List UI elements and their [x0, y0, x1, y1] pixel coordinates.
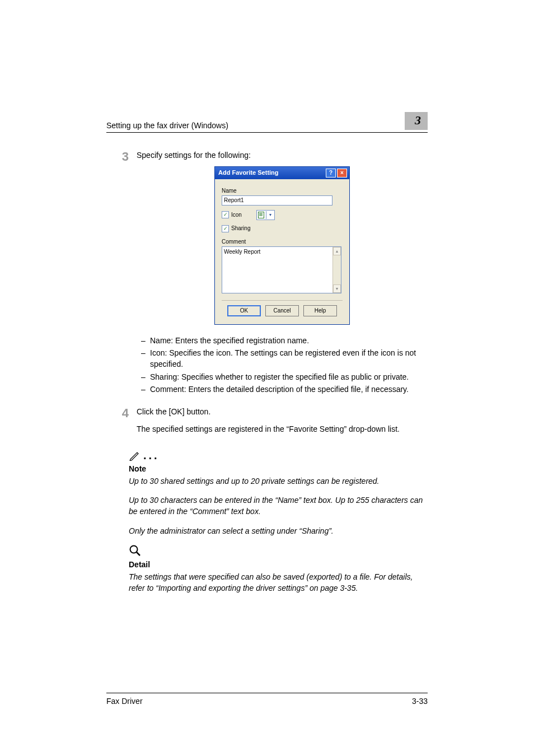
- bullet-text: Icon: Specifies the icon. The settings c…: [150, 347, 428, 370]
- step-number: 4: [106, 406, 137, 440]
- step-para: The specified settings are registered in…: [137, 423, 428, 435]
- name-field[interactable]: Report1: [222, 195, 332, 206]
- bullet-text: Comment: Enters the detailed description…: [150, 384, 409, 395]
- list-item: –Name: Enters the specified registration…: [137, 335, 428, 346]
- note-icon-row: ...: [129, 449, 428, 463]
- document-icon: [257, 211, 266, 219]
- icon-checkbox[interactable]: ✓: [222, 211, 229, 218]
- cancel-button[interactable]: Cancel: [265, 305, 299, 316]
- list-item: –Sharing: Specifies whether to register …: [137, 371, 428, 382]
- detail-block: Detail The settings that were specified …: [129, 544, 428, 594]
- step-text: Specify settings for the following:: [137, 150, 428, 161]
- help-icon[interactable]: ?: [326, 169, 336, 178]
- note-p2: Up to 30 characters can be entered in th…: [129, 494, 428, 517]
- comment-label: Comment: [222, 238, 343, 246]
- dialog-illustration: Add Favorite Setting ? × Name Report1: [137, 166, 428, 325]
- step-3: 3 Specify settings for the following: Ad…: [106, 150, 428, 400]
- scrollbar[interactable]: ▴ ▾: [332, 247, 341, 293]
- page: Setting up the fax driver (Windows) 3 3 …: [0, 0, 534, 756]
- detail-label: Detail: [129, 560, 428, 569]
- dialog-titlebar: Add Favorite Setting ? ×: [215, 167, 349, 179]
- step-text: Click the [OK] button.: [137, 406, 428, 417]
- scroll-down-icon[interactable]: ▾: [333, 284, 341, 293]
- svg-line-5: [137, 552, 140, 556]
- help-button[interactable]: Help: [303, 305, 337, 316]
- page-footer: Fax Driver 3-33: [106, 693, 428, 706]
- footer-right: 3-33: [412, 697, 428, 706]
- note-label: Note: [129, 464, 428, 473]
- name-label: Name: [222, 187, 343, 195]
- icon-selector[interactable]: ▾: [256, 210, 275, 220]
- page-header: Setting up the fax driver (Windows) 3: [106, 112, 428, 133]
- sharing-label: Sharing: [231, 225, 250, 233]
- footer-left: Fax Driver: [106, 697, 143, 706]
- list-item: –Comment: Enters the detailed descriptio…: [137, 384, 428, 395]
- bullet-text: Name: Enters the specified registration …: [150, 335, 309, 346]
- dialog-body: Name Report1 ✓ Icon: [215, 179, 349, 324]
- step-body: Specify settings for the following: Add …: [137, 150, 428, 400]
- ellipsis-icon: ...: [143, 449, 160, 463]
- svg-rect-0: [259, 212, 264, 218]
- list-item: –Icon: Specifies the icon. The settings …: [137, 347, 428, 370]
- step-body: Click the [OK] button. The specified set…: [137, 406, 428, 440]
- sharing-checkbox[interactable]: ✓: [222, 225, 229, 232]
- icon-label: Icon: [231, 211, 242, 220]
- dialog-separator: [222, 300, 343, 301]
- icon-row: ✓ Icon: [222, 210, 343, 220]
- chapter-badge: 3: [405, 112, 428, 130]
- bullet-text: Sharing: Specifies whether to register t…: [150, 371, 409, 382]
- sharing-row: ✓ Sharing: [222, 225, 343, 233]
- note-p3: Only the administrator can select a sett…: [129, 525, 428, 536]
- note-p1: Up to 30 shared settings and up to 20 pr…: [129, 475, 428, 487]
- scroll-up-icon[interactable]: ▴: [333, 247, 341, 255]
- ok-button[interactable]: OK: [227, 305, 261, 316]
- page-body: 3 Specify settings for the following: Ad…: [106, 150, 428, 594]
- chevron-down-icon: ▾: [266, 211, 274, 219]
- note-block: ... Note Up to 30 shared settings and up…: [129, 449, 428, 536]
- header-title: Setting up the fax driver (Windows): [106, 121, 228, 130]
- comment-field[interactable]: Weekly Report ▴ ▾: [222, 246, 341, 293]
- dialog-title: Add Favorite Setting: [218, 169, 279, 178]
- magnifier-icon: [129, 544, 428, 559]
- add-favorite-setting-dialog: Add Favorite Setting ? × Name Report1: [214, 166, 350, 325]
- comment-value: Weekly Report: [222, 247, 332, 293]
- close-icon[interactable]: ×: [337, 169, 347, 178]
- bullet-list: –Name: Enters the specified registration…: [137, 335, 428, 395]
- name-value: Report1: [224, 197, 244, 205]
- detail-text: The settings that were specified can als…: [129, 571, 428, 594]
- step-4: 4 Click the [OK] button. The specified s…: [106, 406, 428, 440]
- pencil-icon: [129, 450, 141, 463]
- svg-point-4: [130, 546, 138, 553]
- step-number: 3: [106, 150, 137, 400]
- note-text: Up to 30 shared settings and up to 20 pr…: [129, 475, 428, 536]
- dialog-buttons: OK Cancel Help: [222, 305, 343, 320]
